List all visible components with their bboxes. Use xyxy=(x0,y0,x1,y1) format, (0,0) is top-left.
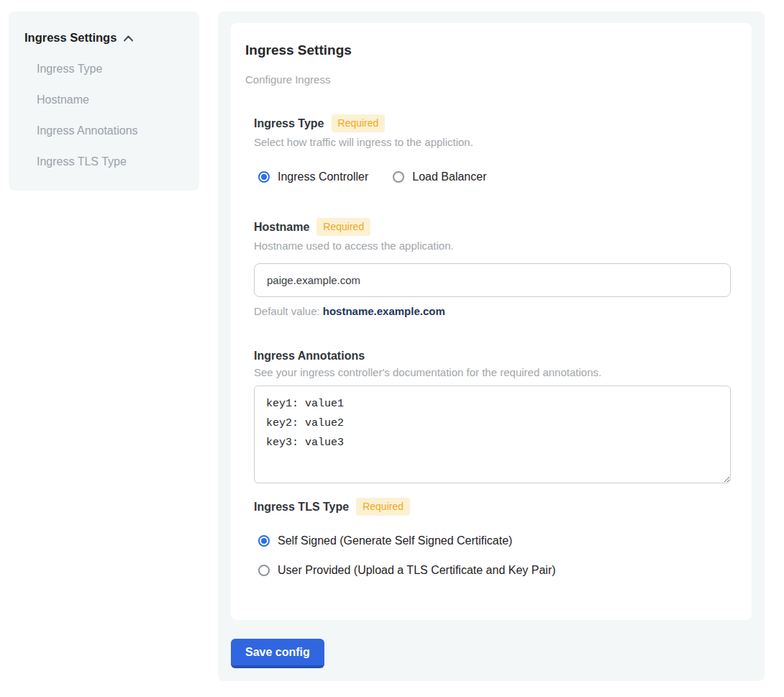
section-ingress-tls-type: Ingress TLS Type Required Self Signed (G… xyxy=(254,498,737,578)
radio-label: User Provided (Upload a TLS Certificate … xyxy=(278,563,556,578)
radio-button-icon xyxy=(258,535,270,547)
sidebar-item-hostname[interactable]: Hostname xyxy=(37,94,183,106)
tls-type-label: Ingress TLS Type xyxy=(254,500,349,514)
hostname-input[interactable] xyxy=(254,263,731,297)
sidebar: Ingress Settings Ingress Type Hostname I… xyxy=(9,12,199,191)
section-hostname: Hostname Required Hostname used to acces… xyxy=(254,218,737,318)
chevron-up-icon xyxy=(123,35,134,42)
page-title: Ingress Settings xyxy=(245,42,737,58)
sidebar-item-ingress-annotations[interactable]: Ingress Annotations xyxy=(37,124,183,137)
annotations-label: Ingress Annotations xyxy=(254,349,365,363)
annotations-textarea[interactable]: key1: value1 key2: value2 key3: value3 xyxy=(254,386,731,483)
required-badge: Required xyxy=(332,114,386,132)
sidebar-item-ingress-type[interactable]: Ingress Type xyxy=(37,63,183,76)
radio-button-icon xyxy=(258,171,270,183)
sidebar-group-title: Ingress Settings xyxy=(24,31,117,45)
sidebar-group-toggle[interactable]: Ingress Settings xyxy=(24,31,183,45)
config-card: Ingress Settings Configure Ingress Ingre… xyxy=(231,23,752,620)
required-badge: Required xyxy=(316,218,370,236)
section-ingress-annotations: Ingress Annotations See your ingress con… xyxy=(254,349,737,483)
default-value-prefix: Default value: xyxy=(254,305,320,317)
required-badge: Required xyxy=(356,498,410,516)
config-area: Ingress Settings Configure Ingress Ingre… xyxy=(218,12,765,681)
hostname-default-line: Default value:hostname.example.com xyxy=(254,305,737,318)
radio-self-signed[interactable]: Self Signed (Generate Self Signed Certif… xyxy=(258,534,737,548)
radio-label: Load Balancer xyxy=(412,170,486,184)
radio-button-icon xyxy=(393,171,404,183)
annotations-help: See your ingress controller's documentat… xyxy=(254,366,737,379)
page-subtitle: Configure Ingress xyxy=(245,73,737,86)
radio-ingress-controller[interactable]: Ingress Controller xyxy=(258,170,368,184)
hostname-help: Hostname used to access the application. xyxy=(254,240,737,252)
radio-load-balancer[interactable]: Load Balancer xyxy=(393,170,486,184)
radio-label: Self Signed (Generate Self Signed Certif… xyxy=(278,534,512,548)
ingress-type-help: Select how traffic will ingress to the a… xyxy=(254,136,737,149)
radio-label: Ingress Controller xyxy=(278,170,368,184)
default-value-text: hostname.example.com xyxy=(323,305,445,317)
ingress-type-label: Ingress Type xyxy=(254,117,324,130)
radio-button-icon xyxy=(258,565,270,576)
hostname-label: Hostname xyxy=(254,220,309,234)
save-config-button[interactable]: Save config xyxy=(231,639,324,668)
sidebar-item-ingress-tls-type[interactable]: Ingress TLS Type xyxy=(37,155,183,168)
radio-user-provided[interactable]: User Provided (Upload a TLS Certificate … xyxy=(258,563,737,578)
section-ingress-type: Ingress Type Required Select how traffic… xyxy=(254,114,737,184)
